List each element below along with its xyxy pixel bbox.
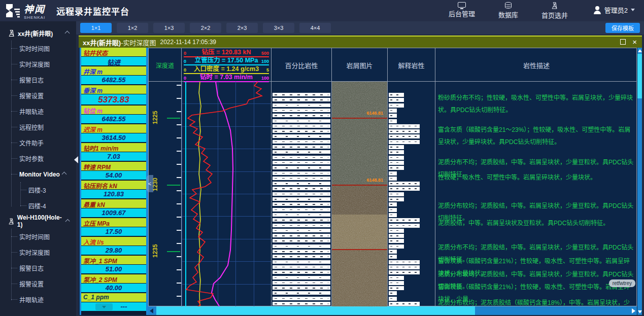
curve-track [181,82,271,307]
sidebar-item-Monitor Video[interactable]: Monitor Video [0,166,76,182]
lithology-percent-row [273,103,330,107]
interpreted-lithology-cell [389,109,397,113]
sidebar-item-远程控制[interactable]: 远程控制 [0,119,76,135]
derrick-icon [8,29,15,37]
lithology-percent-row [273,150,330,154]
sidebar-item-label: 井眼轨迹 [19,295,44,304]
sidebar-item-四楼-4[interactable]: 四楼-4 [0,198,76,214]
interpreted-lithology-cell [389,224,420,228]
lithology-percent-row [273,140,330,144]
well-node[interactable]: xx井(新井眼) [0,25,76,41]
track-collapse-handle[interactable]: < [146,175,153,192]
layout-tab-1×2[interactable]: 1×2 [117,23,148,33]
layout-tab-3×3[interactable]: 3×3 [263,23,294,33]
param-label: 钻井状态 [81,48,146,57]
lithology-percent-row [273,93,330,96]
nav-well-select-label: 首页选井 [541,10,568,20]
well-name: Wei-H100(Hole-1) [17,214,63,228]
interpreted-lithology-cell [389,103,404,108]
formation-boundary-line [332,249,387,250]
layout-tab-1×3[interactable]: 1×3 [153,23,185,33]
curve-red [186,82,262,307]
nav-database[interactable]: 数据库 [498,2,518,20]
minor-depth-tick [177,151,181,152]
param-value: 6482.55 [81,76,146,85]
sidebar-item-文件助手[interactable]: 文件助手 [0,135,76,151]
sidebar-collapse-handle[interactable] [74,156,78,163]
lithology-percent-row [273,124,330,128]
app-root: 神闻 SHENKAI 远程录井监控平台 后台管理 数据库 首页选井 [0,0,644,316]
sidebar-item-实时深度图[interactable]: 实时深度图 [0,56,76,72]
layout-tab-4×4[interactable]: 4×4 [299,23,331,33]
sidebar-item-报警日志[interactable]: 报警日志 [0,72,76,88]
sidebar-item-实时时间图[interactable]: 实时时间图 [0,41,76,56]
horizontal-scroll-thumb[interactable] [156,306,475,315]
sidebar-item-井眼轨迹[interactable]: 井眼轨迹 [0,103,76,119]
horizontal-scrollbar[interactable] [148,306,637,315]
lithology-percent-row [273,197,330,201]
lithology-percent-row [273,119,330,123]
curve-label: 钻时 = 7.03 min/m [184,72,269,81]
sidebar-item-实时参数[interactable]: 实时参数 [0,151,76,166]
lithology-percent-row [273,255,330,258]
vertical-scroll-thumb[interactable] [637,54,642,98]
hover-tooltip: retfwtrey [609,279,635,287]
collapse-icon[interactable] [65,219,70,224]
interpreted-lithology-cell [389,270,420,274]
scroll-down-icon[interactable] [638,310,642,313]
lithology-percent-row [273,187,330,190]
minor-depth-tick [177,217,181,218]
interpreted-lithology-cell [389,255,397,259]
minor-depth-tick [177,269,181,270]
lithology-percent-row [273,134,330,138]
major-depth-tick [167,118,180,119]
lithology-description: 泥质胶结，中等。岩屑呈块状及豆粒状。具PDC钻头切削特征。 [438,217,634,229]
nav-backstage[interactable]: 后台管理 [449,2,475,20]
collapse-icon[interactable] [65,30,70,36]
scroll-right-icon[interactable] [632,308,635,313]
interpreted-lithology-cell [389,182,420,186]
param-value: 40.00 [81,284,146,293]
scroll-up-icon[interactable] [638,49,642,52]
layout-tab-1×1[interactable]: 1×1 [80,23,112,33]
sidebar-item-实时时间图[interactable]: 实时时间图 [0,229,76,244]
layout-tab-2×3[interactable]: 2×3 [226,23,258,33]
lithology-percent-row [273,302,330,305]
minor-depth-tick [177,111,181,112]
lithology-percent-row [273,192,330,196]
sidebar-item-报警设置[interactable]: 报警设置 [0,276,76,292]
interpreted-lithology-cell [389,202,397,206]
interpreted-lithology-cell [389,156,404,160]
sidebar-item-四楼-3[interactable]: 四楼-3 [0,182,76,198]
sidebar-item-报警日志[interactable]: 报警日志 [0,260,76,276]
lithology-percent-row [273,244,330,248]
sidebar-item-实时深度图[interactable]: 实时深度图 [0,244,76,260]
param-value: 7.03 [81,152,146,162]
expand-icon[interactable] [620,39,626,45]
param-label: 迟深 m [81,124,146,133]
close-icon[interactable]: × [632,39,637,45]
interpreted-lithology-cell [389,244,404,249]
sidebar-item-label: 报警日志 [19,76,44,84]
param-value: 120.83 [81,190,146,199]
param-dropdown-button[interactable] [95,303,113,310]
param-value: 6482.55 [81,115,146,124]
interpreted-lithology-cell [389,260,420,264]
well-node[interactable]: Wei-H100(Hole-1) [0,214,76,229]
minor-depth-tick [177,243,181,244]
save-template-button[interactable]: 保存模板 [605,23,640,33]
sidebar-item-井眼轨迹[interactable]: 井眼轨迹 [0,292,76,307]
sidebar-item-报警设置[interactable]: 报警设置 [0,88,76,103]
vertical-scrollbar[interactable] [637,48,642,315]
scroll-left-icon[interactable] [150,308,153,313]
minor-depth-tick [177,283,181,284]
user-menu[interactable]: 管理员2 [593,5,635,15]
layout-tab-2×2[interactable]: 2×2 [190,23,221,33]
param-label: C_1 ppm [81,293,146,302]
nav-well-select[interactable]: 首页选井 [541,2,568,20]
collapse-icon[interactable] [62,172,67,177]
lithology-percent-row [273,265,330,269]
param-value: 51.00 [81,265,146,274]
cuttings-depth-annotation: 6148.81 [366,178,383,183]
param-label: 立压 MPa [81,218,146,227]
